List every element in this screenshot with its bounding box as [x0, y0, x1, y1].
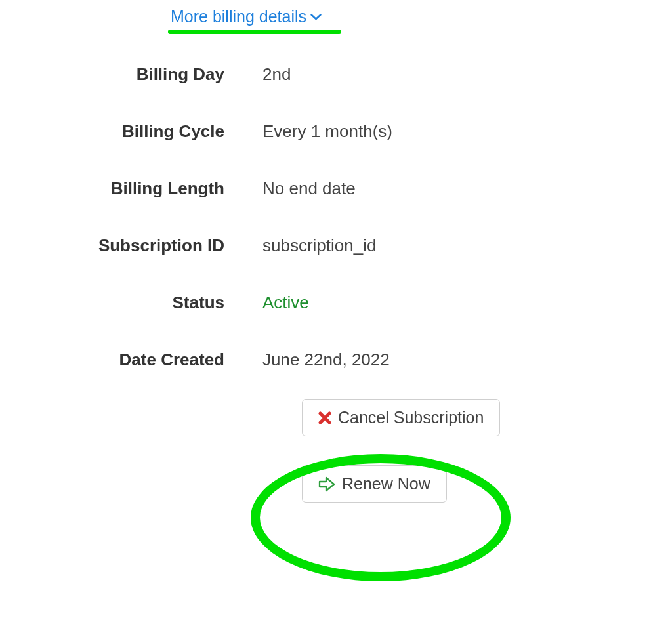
more-billing-details-link[interactable]: More billing details — [171, 7, 322, 28]
value-billing-day: 2nd — [262, 64, 291, 85]
cancel-button-row: Cancel Subscription — [302, 399, 525, 436]
row-date-created: Date Created June 22nd, 2022 — [0, 350, 525, 370]
row-billing-cycle: Billing Cycle Every 1 month(s) — [0, 121, 525, 142]
arrow-right-icon — [318, 476, 335, 492]
row-billing-day: Billing Day 2nd — [0, 64, 525, 85]
cancel-icon — [318, 411, 331, 424]
renew-now-label: Renew Now — [342, 474, 430, 493]
value-billing-cycle: Every 1 month(s) — [262, 121, 392, 142]
label-billing-day: Billing Day — [0, 64, 262, 85]
row-billing-length: Billing Length No end date — [0, 178, 525, 199]
cancel-subscription-label: Cancel Subscription — [338, 408, 484, 427]
label-subscription-id: Subscription ID — [0, 236, 262, 256]
cancel-subscription-button[interactable]: Cancel Subscription — [302, 399, 500, 436]
value-subscription-id: subscription_id — [262, 236, 376, 256]
label-date-created: Date Created — [0, 350, 262, 370]
annotation-underline — [168, 30, 341, 34]
chevron-down-icon — [310, 13, 322, 21]
renew-button-row: Renew Now — [302, 465, 525, 503]
label-billing-cycle: Billing Cycle — [0, 121, 262, 142]
more-billing-details-wrap: More billing details — [171, 7, 322, 28]
row-status: Status Active — [0, 293, 525, 313]
row-subscription-id: Subscription ID subscription_id — [0, 236, 525, 256]
label-billing-length: Billing Length — [0, 178, 262, 199]
label-status: Status — [0, 293, 262, 313]
more-billing-details-label: More billing details — [171, 7, 306, 26]
value-billing-length: No end date — [262, 178, 356, 199]
billing-details-panel: More billing details Billing Day 2nd Bil… — [0, 7, 525, 503]
renew-now-button[interactable]: Renew Now — [302, 465, 447, 503]
value-date-created: June 22nd, 2022 — [262, 350, 390, 370]
value-status: Active — [262, 293, 309, 313]
